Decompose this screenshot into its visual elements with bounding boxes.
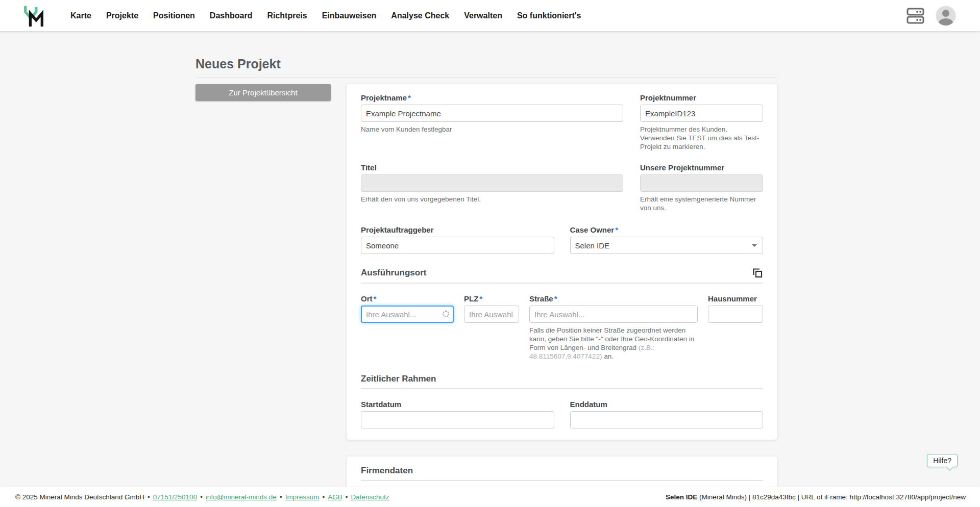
address-fields-row: Ort* PLZ* Straße*	[361, 294, 763, 361]
nav-item-analyse-check[interactable]: Analyse Check	[391, 11, 449, 20]
help-button-label: Hilfe?	[933, 457, 951, 465]
startdatum-input[interactable]	[361, 411, 554, 428]
field-strasse: Straße* Falls die Position keiner Straße…	[529, 294, 698, 361]
chevron-down-icon	[752, 244, 757, 247]
startdatum-label: Startdatum	[361, 400, 554, 409]
field-case-owner: Case Owner* Selen IDE	[570, 225, 764, 254]
nav-item-richtpreis[interactable]: Richtpreis	[267, 11, 307, 20]
field-projektauftraggeber: Projektauftraggeber	[361, 225, 554, 254]
field-projektnummer: Projektnummer Projektnummer des Kunden. …	[640, 93, 763, 151]
titel-input	[361, 174, 623, 192]
main-content: Neues Projekt Zur Projektübersicht Proje…	[0, 31, 980, 503]
projektnummer-label: Projektnummer	[640, 93, 763, 102]
field-titel: Titel Erhält den von uns vorgegebenen Ti…	[361, 163, 623, 212]
enddatum-label: Enddatum	[570, 400, 764, 409]
footer-bar: © 2025 Mineral Minds Deutschland GmbH • …	[0, 487, 980, 507]
zeitlicher-rahmen-title: Zeitlicher Rahmen	[361, 374, 436, 384]
server-icon[interactable]	[906, 7, 925, 24]
projektname-input[interactable]	[361, 105, 623, 122]
section-firmendaten: Firmendaten	[361, 466, 763, 481]
nav-item-einbauweisen[interactable]: Einbauweisen	[322, 11, 377, 20]
footer-session-details: (Mineral Minds) | 81c29da43fbc | URL of …	[697, 493, 966, 501]
unsere-projektnummer-helper: Erhält eine systemgenerierte Nummer von …	[640, 195, 763, 212]
nav-item-projekte[interactable]: Projekte	[106, 11, 138, 20]
footer-session-info: Selen IDE (Mineral Minds) | 81c29da43fbc…	[666, 493, 966, 501]
user-avatar[interactable]	[936, 6, 955, 26]
ort-label: Ort*	[361, 294, 454, 303]
plz-label: PLZ*	[464, 294, 519, 303]
mineral-minds-logo-icon[interactable]	[22, 4, 46, 28]
strasse-helper: Falls die Position keiner Straße zugeord…	[529, 326, 698, 361]
footer-link-phone[interactable]: 07151/250100	[153, 493, 197, 501]
unsere-projektnummer-input	[640, 174, 763, 192]
enddatum-input[interactable]	[570, 411, 764, 428]
plz-input[interactable]	[464, 306, 519, 323]
section-zeitlicher-rahmen: Zeitlicher Rahmen	[361, 374, 763, 389]
projektauftraggeber-input[interactable]	[361, 237, 554, 254]
footer-user-name: Selen IDE	[666, 493, 697, 501]
field-hausnummer: Hausnummer	[708, 294, 763, 361]
unsere-projektnummer-label: Unsere Projektnummer	[640, 163, 763, 172]
projektname-label: Projektname*	[361, 93, 623, 102]
copy-icon[interactable]	[752, 267, 763, 278]
strasse-input[interactable]	[529, 306, 698, 323]
footer-link-agb[interactable]: AGB	[328, 493, 342, 501]
hausnummer-label: Hausnummer	[708, 294, 763, 303]
nav-item-karte[interactable]: Karte	[70, 11, 91, 20]
titel-helper: Erhält den von uns vorgegebenen Titel.	[361, 195, 623, 204]
avatar-body-icon	[939, 18, 953, 26]
nav-item-dashboard[interactable]: Dashboard	[210, 11, 253, 20]
top-navigation-bar: Karte Projekte Positionen Dashboard Rich…	[0, 0, 980, 31]
projektnummer-input[interactable]	[640, 105, 763, 122]
field-unsere-projektnummer: Unsere Projektnummer Erhält eine systemg…	[640, 163, 763, 212]
nav-item-positionen[interactable]: Positionen	[153, 11, 195, 20]
field-plz: PLZ*	[464, 294, 519, 361]
date-fields-row: Startdatum Enddatum	[361, 400, 763, 428]
required-marker: *	[615, 225, 618, 234]
projektnummer-helper: Projektnummer des Kunden. Verwenden Sie …	[640, 125, 763, 151]
case-owner-label: Case Owner*	[570, 225, 764, 234]
nav-right-actions	[906, 6, 955, 26]
required-marker: *	[554, 294, 557, 303]
nav-item-so-funktionierts[interactable]: So funktioniert's	[517, 11, 581, 20]
field-ort: Ort*	[361, 294, 454, 361]
project-form-card: Projektname* Name vom Kunden festlegbar …	[347, 84, 777, 440]
page: Karte Projekte Positionen Dashboard Rich…	[0, 0, 980, 507]
required-marker: *	[479, 294, 482, 303]
ort-input[interactable]	[361, 306, 454, 323]
footer-link-email[interactable]: info@mineral-minds.de	[206, 493, 277, 501]
section-ausfuehrungsort: Ausführungsort	[361, 267, 763, 284]
required-marker: *	[408, 93, 411, 102]
help-button[interactable]: Hilfe?	[927, 454, 958, 467]
left-column: Zur Projektübersicht	[195, 84, 347, 101]
footer-link-datenschutz[interactable]: Datenschutz	[351, 493, 389, 501]
strasse-label: Straße*	[529, 294, 698, 303]
page-title: Neues Projekt	[195, 57, 777, 78]
form-column: Projektname* Name vom Kunden festlegbar …	[347, 84, 777, 503]
ausfuehrungsort-title: Ausführungsort	[361, 268, 426, 278]
field-enddatum: Enddatum	[570, 400, 764, 428]
copyright-text: © 2025 Mineral Minds Deutschland GmbH	[15, 493, 144, 501]
case-owner-value: Selen IDE	[575, 241, 610, 250]
hausnummer-input[interactable]	[708, 306, 763, 323]
projektname-helper: Name vom Kunden festlegbar	[361, 125, 623, 134]
case-owner-select[interactable]: Selen IDE	[570, 237, 764, 254]
project-overview-button[interactable]: Zur Projektübersicht	[195, 84, 331, 101]
field-projektname: Projektname* Name vom Kunden festlegbar	[361, 93, 623, 151]
loading-spinner-icon	[443, 311, 449, 317]
field-startdatum: Startdatum	[361, 400, 554, 428]
titel-label: Titel	[361, 163, 623, 172]
avatar-head-icon	[942, 10, 949, 17]
footer-left: © 2025 Mineral Minds Deutschland GmbH • …	[15, 493, 389, 501]
footer-link-impressum[interactable]: Impressum	[285, 493, 320, 501]
nav-item-verwalten[interactable]: Verwalten	[464, 11, 502, 20]
projektauftraggeber-label: Projektauftraggeber	[361, 225, 554, 234]
required-marker: *	[374, 294, 377, 303]
firmendaten-title: Firmendaten	[361, 466, 413, 476]
nav-menu: Karte Projekte Positionen Dashboard Rich…	[70, 11, 581, 20]
